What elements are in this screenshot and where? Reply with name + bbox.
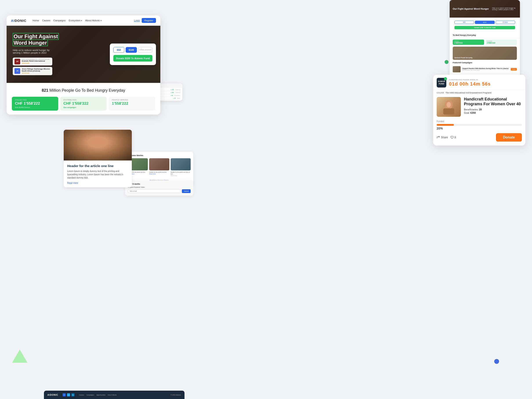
footer-logo: AIDONIC (47, 394, 58, 396)
org-info-2: Jesus Refuge Orphanage Mission South Afr… (22, 68, 51, 74)
stats-headline-text: Million People Go To Bed Hungry Everyday (48, 88, 125, 93)
bg-amt-other: $ Other (495, 21, 515, 24)
timer-seconds: 56s (482, 81, 491, 87)
bg-amt-50[interactable]: $50 (455, 21, 474, 24)
bg-donate-btn[interactable]: Donate $100 To Aidonic Fund (455, 26, 515, 29)
campaign-progress-pct: 20% (437, 127, 522, 130)
article-title: Header for the article one line (67, 164, 128, 168)
bg-amt-100[interactable]: $100 (475, 21, 494, 24)
donate-widget: $50 $100 Other amount Donate $100 To Aid… (110, 44, 156, 65)
stars-2: ★★★★★ (22, 72, 51, 74)
hero-title-line2: Word Hunger (13, 39, 48, 46)
stats-number: 821 (42, 88, 48, 93)
campaign-cause-value: The A40S Educational And Empowerment Pro… (445, 92, 491, 94)
amount-100-button[interactable]: $100 (126, 47, 137, 53)
svg-rect-3 (443, 108, 454, 115)
bg2-label2-2: Catering (175, 92, 180, 93)
campaign-title: Handicraft Educational Programs For Wome… (464, 97, 522, 106)
timer-days: 01d (449, 81, 458, 87)
article-body: Header for the article one line Lorem Ip… (64, 161, 132, 187)
stats-headline: 821 Million People Go To Bed Hungry Ever… (12, 88, 155, 93)
see-campaigns-link[interactable]: See campaigns (63, 106, 76, 108)
how-email-input[interactable] (128, 189, 181, 193)
article-section: Header for the article one line Lorem Ip… (64, 130, 132, 187)
bg-counter-collected-val: 1'558'222 (454, 42, 483, 44)
nav-link-home[interactable]: Home (32, 19, 39, 22)
bg-hero-mini: Our Fight Against Word Hunger Help us to… (450, 0, 520, 18)
nav-link-campaigns[interactable]: Campaigns (53, 19, 66, 22)
social-icon-facebook[interactable]: f (63, 393, 66, 396)
bg-counter-served: Distributed: 1'558'222 (485, 39, 517, 45)
success-read-more-2[interactable]: Read more (149, 173, 169, 175)
stat-distributed-sub: See campaigns (63, 106, 104, 108)
bg-campaign-btn-1[interactable]: Fund (511, 68, 517, 71)
campaign-like-button[interactable]: 9 (450, 136, 456, 139)
bg-school-label: School Food Security (455, 57, 472, 59)
org-info-1: NON-GOVERNMENTAL ORGANIZATION Aramaic Re… (22, 59, 51, 64)
how-submit-button[interactable]: Submit (182, 189, 191, 193)
like-count: 9 (455, 136, 456, 139)
nav-link-about[interactable]: About Aidonic (85, 19, 102, 22)
other-amount-field[interactable]: Other amount (138, 47, 152, 53)
campaign-verified-badge: ✓ (444, 77, 447, 80)
bg-school-img: School Food Security (453, 47, 517, 60)
org-logo-1: AR (14, 59, 20, 64)
stat-distributed-label: Distributed: (63, 99, 104, 101)
article-image-face (64, 130, 132, 161)
bg-donate-mini: $50 $100 $ Other Donate $100 To Aidonic … (453, 19, 517, 31)
footer-links: Causes Campaigns Opportunities How It Wo… (79, 394, 166, 396)
stat-collected-sub: from $1454 Donors (15, 106, 55, 108)
bg2-amount-3: + 80 (170, 95, 173, 96)
campaign-share-button[interactable]: Share (437, 136, 448, 139)
footer-link-campaigns[interactable]: Campaigns (86, 394, 94, 396)
campaign-timer: 01d 00h 14m 56s (449, 81, 522, 87)
amount-50-button[interactable]: $50 (113, 47, 124, 53)
campaign-progress-fill (437, 124, 454, 126)
heart-icon (450, 136, 454, 139)
beneficiaries-value: 20 (479, 108, 482, 111)
org-name-1: Aramaic Relief International (22, 60, 51, 62)
login-button[interactable]: Login (134, 19, 140, 22)
campaign-cause-label: CAUSE (437, 92, 444, 94)
how-title: How it works (128, 183, 191, 185)
how-video-label: Request Explainer Video (128, 187, 191, 188)
success-read-more-3: Read more (171, 175, 191, 177)
campaign-donate-button[interactable]: Donate (496, 133, 522, 142)
footer-screenshot: AIDONIC f t in Causes Campaigns Opportun… (44, 391, 184, 399)
bg2-label2-1: Catering (175, 89, 180, 90)
goal-label: Goal: (464, 111, 470, 114)
campaign-timer-label: FUNDRAISING PHASE ENDS IN: (449, 79, 522, 81)
bg2-label2-3: Education (174, 95, 180, 96)
social-icon-linkedin[interactable]: in (71, 393, 75, 396)
hero-content: Our Fight Against Word Hunger Help us to… (6, 26, 160, 83)
register-button[interactable]: Register (142, 18, 156, 23)
org-card-2: JR Jesus Refuge Orphanage Mission South … (13, 67, 52, 75)
footer-link-how[interactable]: How It Works (108, 394, 117, 396)
how-it-works-section: How it works Request Explainer Video Sub… (125, 180, 193, 196)
bg-counter-collected: Collected: 1'558'222 (453, 39, 484, 45)
bg2-amount-2: + 250 (171, 92, 174, 93)
campaign-timer-section: FUNDRAISING PHASE ENDS IN: 01d 00h 14m 5… (449, 79, 522, 87)
bg-campaigns-label: Featured Campaigns (453, 62, 472, 64)
campaign-main: Handicraft Educational Programs For Wome… (433, 95, 526, 119)
article-image (64, 130, 132, 161)
campaign-actions: Share 9 Donate (433, 132, 526, 142)
article-read-more-link[interactable]: Read more (67, 182, 78, 184)
donate-main-button[interactable]: Donate $100 To Aidonic Fund (113, 55, 152, 62)
timer-minutes: 14m (470, 81, 480, 87)
stat-card-served: People served: 1'558'222 (109, 97, 155, 110)
campaign-funded-label: Funded (437, 120, 522, 123)
footer-link-opportunities[interactable]: Opportunities (96, 394, 105, 396)
main-card: AIDONIC Home Causes Campaigns Ecosystem … (6, 15, 160, 115)
bg-campaign-item-1: Support Families With Blankets During Wi… (453, 65, 517, 74)
nav-link-ecosystem[interactable]: Ecosystem (69, 19, 82, 22)
hero-section: Our Fight Against Word Hunger Help us to… (6, 26, 160, 83)
bg2-amount-4: + 40 (173, 98, 176, 99)
bg-hero-mini-desc: Help us to reduce world hunger by servin… (492, 7, 517, 10)
social-icon-twitter[interactable]: t (67, 393, 70, 396)
nav-link-causes[interactable]: Causes (42, 19, 50, 22)
how-form: Submit (128, 189, 191, 193)
nav-links: Home Causes Campaigns Ecosystem About Ai… (32, 19, 130, 22)
donate-amounts: $50 $100 Other amount (113, 47, 152, 53)
footer-link-causes[interactable]: Causes (79, 394, 84, 396)
